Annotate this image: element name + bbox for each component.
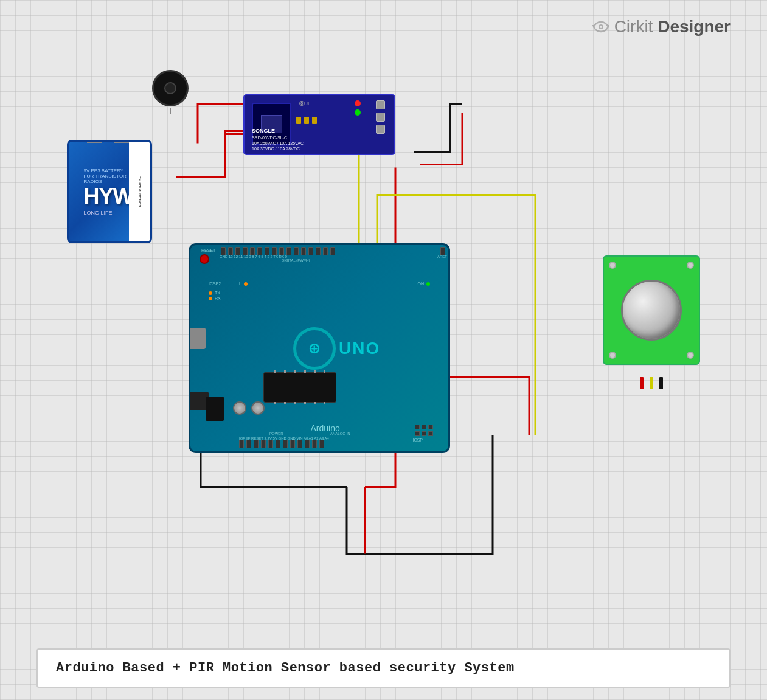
arduino-plus-minus: ⊕ bbox=[310, 338, 320, 359]
relay-module-component: SONGLE SRD-05VDC-SL-C 10A 250VAC / 10A 1… bbox=[243, 94, 395, 158]
arduino-aref-pin bbox=[440, 247, 445, 255]
battery-component: GENERAL PURPOSE 9V PP3 BATTERYFOR TRANSI… bbox=[67, 140, 158, 249]
pir-screw-bl bbox=[609, 352, 616, 359]
arduino-reset-button[interactable] bbox=[200, 254, 209, 264]
arduino-capacitor-2 bbox=[251, 401, 265, 415]
battery-brand: HYW bbox=[84, 185, 133, 207]
relay-brand: SONGLE bbox=[252, 128, 304, 135]
arduino-on-label: ON bbox=[418, 282, 425, 286]
arduino-component: RESET GND 13 12 11 10 9 8 7 bbox=[189, 243, 450, 456]
pir-board bbox=[603, 255, 700, 365]
pir-sensor-component bbox=[603, 255, 700, 377]
arduino-pin-10 bbox=[250, 247, 255, 255]
relay-board: SONGLE SRD-05VDC-SL-C 10A 250VAC / 10A 1… bbox=[243, 94, 395, 155]
relay-screw-3 bbox=[376, 125, 385, 134]
arduino-pin-13 bbox=[228, 247, 233, 255]
arduino-pwr-pin bbox=[261, 440, 266, 448]
arduino-digital-pins bbox=[221, 247, 335, 255]
arduino-icsp-pin bbox=[422, 425, 426, 429]
battery-terminal-negative bbox=[114, 140, 130, 143]
arduino-rx-label: RX bbox=[215, 296, 221, 300]
relay-pin-gnd bbox=[304, 117, 309, 124]
buzzer-pin bbox=[170, 108, 171, 114]
arduino-pin-8 bbox=[265, 247, 269, 255]
arduino-pin-gnd bbox=[221, 247, 226, 255]
arduino-pin-7 bbox=[272, 247, 277, 255]
arduino-pin-tx bbox=[316, 247, 321, 255]
arduino-ic-pins-bottom bbox=[270, 402, 330, 404]
arduino-icsp-pin bbox=[415, 431, 420, 436]
diagram-title-box: Arduino Based + PIR Motion Sensor based … bbox=[36, 648, 731, 688]
arduino-icsp2-label: ICSP2 bbox=[209, 282, 221, 286]
arduino-pwr-pin bbox=[319, 440, 324, 448]
arduino-pin-4 bbox=[294, 247, 299, 255]
relay-led-green bbox=[355, 109, 361, 116]
battery-terminal-positive bbox=[87, 140, 102, 143]
buzzer-body bbox=[152, 70, 189, 106]
arduino-l-label: L bbox=[239, 282, 241, 286]
arduino-pin-5 bbox=[286, 247, 291, 255]
svg-point-0 bbox=[599, 25, 603, 29]
cirkit-logo-icon bbox=[591, 17, 611, 36]
arduino-analog-label: ANALOG IN bbox=[330, 432, 350, 435]
arduino-pwr-pin bbox=[254, 440, 259, 448]
relay-pin-vcc bbox=[296, 117, 301, 124]
relay-label: SONGLE SRD-05VDC-SL-C 10A 250VAC / 10A 1… bbox=[252, 128, 304, 151]
pir-dome bbox=[621, 280, 682, 341]
arduino-tx-label: TX bbox=[215, 291, 220, 295]
circuit-canvas[interactable]: GENERAL PURPOSE 9V PP3 BATTERYFOR TRANSI… bbox=[36, 55, 731, 639]
relay-pin-in bbox=[312, 117, 317, 124]
buzzer-hole bbox=[164, 82, 176, 94]
arduino-icsp-header bbox=[415, 425, 433, 436]
relay-rating2: 10A 30VDC / 10A 28VDC bbox=[252, 146, 304, 151]
arduino-icsp-label: ICSP bbox=[413, 438, 423, 442]
arduino-pin-2 bbox=[308, 247, 313, 255]
battery-text: GENERAL PURPOSE bbox=[138, 176, 142, 207]
arduino-pwr-pin bbox=[239, 440, 244, 448]
arduino-pin-6 bbox=[279, 247, 284, 255]
diagram-title: Arduino Based + PIR Motion Sensor based … bbox=[56, 660, 515, 676]
arduino-pin-0 bbox=[330, 247, 335, 255]
relay-screw-1 bbox=[376, 100, 385, 109]
arduino-pwr-pin bbox=[276, 440, 280, 448]
arduino-logo-area: ⊕ UNO bbox=[293, 327, 380, 370]
arduino-l-led bbox=[244, 282, 248, 286]
pir-screw-tl bbox=[609, 262, 616, 269]
battery-life-label: LONG LIFE bbox=[84, 210, 113, 216]
arduino-pin-11 bbox=[243, 247, 248, 255]
relay-ul-mark: ⓪UL bbox=[299, 100, 311, 107]
relay-control-pins bbox=[355, 100, 361, 116]
arduino-power-pins bbox=[239, 440, 324, 448]
arduino-reset-label: RESET bbox=[201, 248, 215, 252]
arduino-pin-12 bbox=[235, 247, 240, 255]
arduino-ic-pins-top bbox=[270, 370, 330, 373]
arduino-icsp-pin bbox=[428, 431, 433, 436]
arduino-l-led-area: L bbox=[239, 282, 248, 286]
arduino-pwr-pin bbox=[290, 440, 295, 448]
relay-led-red bbox=[355, 100, 361, 106]
arduino-circle: ⊕ bbox=[293, 327, 336, 370]
arduino-pwr-pin bbox=[283, 440, 288, 448]
app-logo: Cirkit Designer bbox=[591, 17, 731, 36]
arduino-rx-led bbox=[209, 297, 212, 300]
pir-screw-tr bbox=[687, 262, 694, 269]
arduino-pwr-pin bbox=[246, 440, 251, 448]
arduino-ic-chip bbox=[263, 372, 336, 403]
pir-pin-gnd bbox=[659, 377, 663, 389]
arduino-board: RESET GND 13 12 11 10 9 8 7 bbox=[189, 243, 450, 453]
buzzer-component bbox=[149, 67, 192, 109]
arduino-on-led bbox=[426, 282, 430, 286]
arduino-power-section-label: POWER bbox=[269, 432, 283, 435]
arduino-tx-rx-area: TX RX bbox=[209, 291, 221, 300]
arduino-power-labels: IOREF RESET 3.3V 5V GND GND VIN A0 A1 A2… bbox=[239, 437, 329, 440]
relay-model: SRD-05VDC-SL-C bbox=[252, 135, 304, 140]
arduino-pwm-label: DIGITAL (PWM~) bbox=[282, 258, 310, 262]
pir-screw-br bbox=[687, 352, 694, 359]
arduino-icsp-pin bbox=[415, 425, 420, 429]
arduino-pwr-pin bbox=[305, 440, 310, 448]
arduino-tx-led bbox=[209, 291, 212, 295]
arduino-icsp-pin bbox=[428, 425, 433, 429]
battery-body: GENERAL PURPOSE 9V PP3 BATTERYFOR TRANSI… bbox=[67, 140, 152, 243]
arduino-icsp-pin bbox=[422, 431, 426, 436]
arduino-black-connector bbox=[206, 397, 224, 421]
